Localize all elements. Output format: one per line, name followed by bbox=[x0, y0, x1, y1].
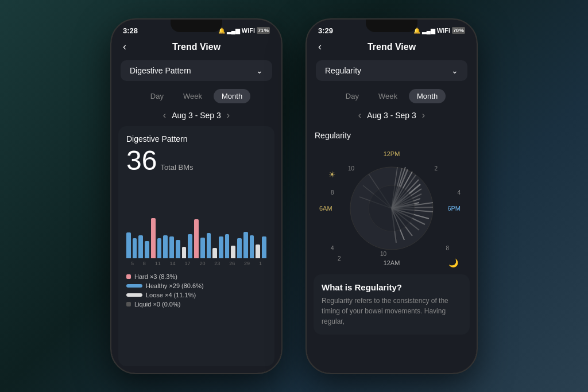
legend-liquid: Liquid ×0 (0.0%) bbox=[126, 301, 266, 308]
date-text-right: Aug 3 - Sep 3 bbox=[367, 111, 416, 120]
screen-right: 3:29 🔔 ▂▄▆ WiFi 70% ‹ Trend View Regular… bbox=[307, 20, 477, 373]
sun-icon: ☀ bbox=[328, 170, 336, 179]
bar-group-15 bbox=[212, 248, 217, 258]
bar-group-19 bbox=[237, 238, 242, 258]
bar-group-12 bbox=[194, 219, 199, 258]
time-tabs-right: Day Week Month bbox=[307, 84, 477, 108]
x-axis-left: 5 8 11 14 17 20 23 26 29 1 bbox=[126, 258, 266, 269]
bar-group-18 bbox=[231, 246, 235, 258]
label-8-left: 8 bbox=[331, 189, 334, 196]
bar-group-6 bbox=[157, 238, 162, 258]
bar-group-8 bbox=[169, 236, 174, 258]
date-range-right: ‹ Aug 3 - Sep 3 › bbox=[307, 108, 477, 126]
legend-liquid-dot bbox=[126, 302, 131, 306]
tab-day-left[interactable]: Day bbox=[142, 89, 172, 103]
next-date-left[interactable]: › bbox=[227, 110, 230, 121]
dropdown-left[interactable]: Digestive Pattern ⌄ bbox=[121, 60, 272, 81]
bar-group-4 bbox=[145, 241, 149, 258]
date-range-left: ‹ Aug 3 - Sep 3 › bbox=[111, 108, 281, 126]
nav-header-right: ‹ Trend View bbox=[307, 37, 477, 57]
battery-left: 71% bbox=[257, 27, 270, 34]
date-text-left: Aug 3 - Sep 3 bbox=[172, 111, 221, 120]
next-date-right[interactable]: › bbox=[422, 110, 425, 121]
status-icons-right: 🔔 ▂▄▆ WiFi 70% bbox=[413, 27, 465, 34]
bm-count: 36 bbox=[126, 147, 157, 174]
signal-icon-left: ▂▄▆ bbox=[227, 28, 240, 34]
status-time-left: 3:28 bbox=[123, 26, 138, 35]
legend-loose-bar bbox=[126, 293, 142, 297]
bar-group-11 bbox=[188, 234, 192, 258]
nav-header-left: ‹ Trend View bbox=[111, 37, 281, 57]
bm-label: Total BMs bbox=[160, 164, 193, 171]
bar-group-10 bbox=[182, 247, 187, 258]
back-button-right[interactable]: ‹ bbox=[318, 41, 322, 53]
tab-month-left[interactable]: Month bbox=[214, 89, 250, 103]
legend-healthy-bar bbox=[126, 284, 142, 288]
label-8: 8 bbox=[446, 245, 449, 251]
legend-healthy: Healthy ×29 (80.6%) bbox=[126, 282, 266, 289]
bar-group-1 bbox=[126, 232, 131, 258]
tab-day-right[interactable]: Day bbox=[338, 89, 367, 103]
bar-group-21 bbox=[250, 235, 254, 258]
label-6pm: 6PM bbox=[447, 205, 461, 212]
back-button-left[interactable]: ‹ bbox=[123, 41, 126, 53]
clock-chart-container: ☀ 12PM 6PM 12AM 6AM 2 4 8 10 10 8 4 2 🌙 bbox=[307, 142, 477, 274]
prev-date-left[interactable]: ‹ bbox=[163, 110, 166, 121]
label-2-bottom: 2 bbox=[338, 255, 341, 262]
label-2: 2 bbox=[434, 165, 438, 172]
what-is-text: Regularity refers to the consistency of … bbox=[322, 296, 462, 327]
bar-group-20 bbox=[243, 232, 248, 258]
chevron-down-icon-right: ⌄ bbox=[451, 66, 458, 75]
dropdown-label-left: Digestive Pattern bbox=[130, 66, 191, 75]
page-title-right: Trend View bbox=[368, 42, 416, 52]
legend-loose-label: Loose ×4 (11.1%) bbox=[146, 292, 196, 298]
what-is-title: What is Regularity? bbox=[322, 282, 462, 292]
what-is-section: What is Regularity? Regularity refers to… bbox=[314, 274, 470, 335]
bar-group-5 bbox=[151, 218, 156, 258]
signal-icon-right: ▂▄▆ bbox=[422, 28, 435, 34]
phone-right: 3:29 🔔 ▂▄▆ WiFi 70% ‹ Trend View Regular… bbox=[305, 18, 478, 374]
bar-group-13 bbox=[200, 238, 205, 258]
bar-group-22 bbox=[256, 244, 260, 258]
label-4: 4 bbox=[457, 189, 461, 196]
bar-group-23 bbox=[262, 236, 266, 258]
bar-chart-left bbox=[126, 184, 266, 258]
status-icons-left: 🔔 ▂▄▆ WiFi 71% bbox=[218, 27, 270, 34]
prev-date-right[interactable]: ‹ bbox=[358, 110, 361, 121]
bar-group-2 bbox=[133, 238, 137, 258]
bar-group-17 bbox=[225, 234, 230, 258]
label-12am: 12AM bbox=[384, 259, 400, 266]
legend-hard-label: Hard ×3 (8.3%) bbox=[134, 273, 177, 280]
phone-left: 3:28 🔔 ▂▄▆ WiFi 71% ‹ Trend View Digesti… bbox=[110, 18, 283, 374]
bar-group-14 bbox=[207, 233, 211, 258]
wifi-icon-left: WiFi bbox=[242, 27, 255, 34]
label-10: 10 bbox=[348, 165, 354, 172]
screen-left: 3:28 🔔 ▂▄▆ WiFi 71% ‹ Trend View Digesti… bbox=[111, 20, 281, 373]
label-6am: 6AM bbox=[319, 205, 332, 212]
bar-group-3 bbox=[138, 235, 143, 258]
label-10-bottom: 10 bbox=[380, 251, 386, 257]
legend-hard: Hard ×3 (8.3%) bbox=[126, 273, 266, 280]
label-4-bottom: 4 bbox=[331, 245, 334, 251]
bar-group-7 bbox=[163, 235, 168, 258]
legend-hard-dot bbox=[126, 274, 131, 279]
chevron-down-icon-left: ⌄ bbox=[256, 66, 263, 75]
tab-week-left[interactable]: Week bbox=[175, 89, 210, 103]
legend-left: Hard ×3 (8.3%) Healthy ×29 (80.6%) Loose… bbox=[126, 273, 266, 308]
wifi-icon-right: WiFi bbox=[437, 27, 450, 34]
legend-loose: Loose ×4 (11.1%) bbox=[126, 292, 266, 298]
card-title-left: Digestive Pattern bbox=[126, 134, 266, 143]
notch-right bbox=[366, 20, 417, 32]
dropdown-right[interactable]: Regularity ⌄ bbox=[316, 60, 467, 81]
tab-month-right[interactable]: Month bbox=[409, 89, 446, 103]
legend-liquid-label: Liquid ×0 (0.0%) bbox=[134, 301, 180, 308]
page-title-left: Trend View bbox=[172, 42, 220, 52]
status-time-right: 3:29 bbox=[318, 26, 333, 35]
notch-left bbox=[171, 20, 222, 32]
regularity-section: Regularity bbox=[307, 126, 477, 142]
svg-point-25 bbox=[369, 185, 415, 231]
moon-icon: 🌙 bbox=[448, 258, 458, 267]
bar-group-9 bbox=[176, 240, 180, 258]
legend-healthy-label: Healthy ×29 (80.6%) bbox=[146, 282, 204, 289]
tab-week-right[interactable]: Week bbox=[370, 89, 405, 103]
